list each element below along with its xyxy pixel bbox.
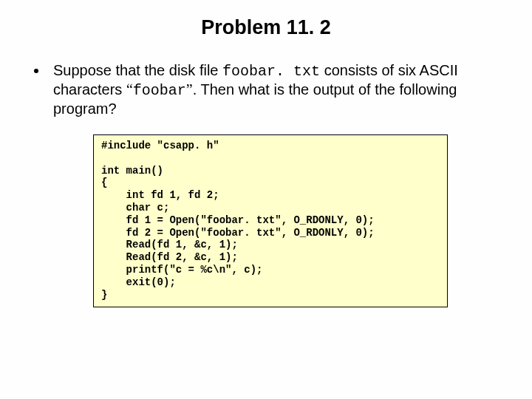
code-block: #include "csapp. h" int main() { int fd … xyxy=(93,134,448,307)
inline-code: foobar xyxy=(133,82,186,99)
bullet-item: Suppose that the disk file foobar. txt c… xyxy=(34,61,498,118)
inline-code: foobar. txt xyxy=(222,63,320,80)
quote-mark: “ xyxy=(126,81,133,98)
bullet-text: Suppose that the disk file foobar. txt c… xyxy=(53,61,498,118)
quote-mark: ” xyxy=(186,81,193,98)
slide-title: Problem 11. 2 xyxy=(34,16,498,39)
bullet-dot-icon xyxy=(34,69,38,73)
slide: Problem 11. 2 Suppose that the disk file… xyxy=(0,0,532,399)
text-run: Suppose that the disk file xyxy=(53,62,222,78)
